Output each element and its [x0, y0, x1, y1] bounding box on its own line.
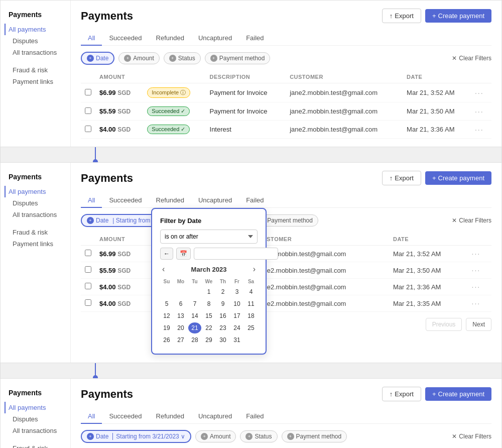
clear-filters-1[interactable]: ✕ Clear Filters	[452, 55, 491, 62]
next-page-btn[interactable]: Next	[466, 318, 491, 331]
tab-succeeded-2[interactable]: Succeeded	[102, 193, 149, 208]
cal-day-22[interactable]: 22	[202, 322, 215, 333]
sidebar-item-fraud-2[interactable]: Fraud & risk	[9, 227, 62, 238]
cal-day-17[interactable]: 17	[230, 310, 243, 321]
cal-day-4[interactable]: 4	[244, 286, 258, 297]
more-actions-btn[interactable]: ···	[471, 83, 491, 102]
cal-day-26[interactable]: 26	[160, 334, 173, 346]
filter-chip-method-1[interactable]: + Payment method	[205, 52, 271, 64]
row-checkbox[interactable]	[85, 283, 91, 289]
tab-uncaptured-2[interactable]: Uncaptured	[191, 193, 239, 208]
tab-refunded-2[interactable]: Refunded	[149, 193, 191, 208]
more-actions-btn[interactable]: ···	[468, 295, 491, 312]
filter-chip-date-1[interactable]: + Date	[81, 52, 114, 65]
sidebar-item-all-payments-3[interactable]: All payments	[5, 402, 62, 413]
cal-day-3[interactable]: 3	[230, 286, 243, 297]
cal-day-18[interactable]: 18	[244, 310, 258, 321]
filter-chip-amount-1[interactable]: + Amount	[118, 52, 159, 64]
filter-date-select[interactable]: is on or after is on or before is betwee…	[160, 230, 258, 244]
sidebar-item-disputes-2[interactable]: Disputes	[9, 197, 62, 209]
cal-day-27[interactable]: 27	[174, 334, 187, 346]
sidebar-item-fraud-1[interactable]: Fraud & risk	[9, 64, 62, 76]
cal-day-2[interactable]: 2	[216, 286, 229, 297]
sidebar-item-disputes-3[interactable]: Disputes	[9, 413, 62, 425]
prev-page-btn[interactable]: Previous	[426, 318, 462, 331]
sidebar-item-all-payments-2[interactable]: All payments	[5, 186, 62, 197]
export-button-1[interactable]: ↑ Export	[382, 9, 421, 23]
more-actions-btn[interactable]: ···	[471, 102, 491, 121]
tab-succeeded-1[interactable]: Succeeded	[102, 31, 149, 46]
export-button-3[interactable]: ↑ Export	[382, 387, 421, 401]
cal-day-19[interactable]: 19	[160, 322, 173, 333]
sidebar-item-all-transactions-2[interactable]: All transactions	[9, 209, 62, 220]
sidebar-item-all-transactions-3[interactable]: All transactions	[9, 425, 62, 436]
cal-day-5[interactable]: 5	[160, 298, 173, 309]
tab-all-2[interactable]: All	[81, 193, 102, 208]
tab-failed-3[interactable]: Failed	[239, 409, 271, 424]
clear-filters-3[interactable]: ✕ Clear Filters	[452, 433, 491, 440]
more-actions-btn[interactable]: ···	[468, 279, 491, 295]
create-payment-button-1[interactable]: + Create payment	[425, 9, 491, 23]
create-payment-button-2[interactable]: + Create payment	[425, 171, 491, 185]
row-checkbox[interactable]	[85, 89, 91, 95]
date-arrow-prev[interactable]: ←	[160, 248, 173, 260]
filter-chip-amount-3[interactable]: + Amount	[195, 430, 236, 442]
cal-day-14[interactable]: 14	[188, 310, 201, 321]
tab-failed-1[interactable]: Failed	[239, 31, 271, 46]
export-button-2[interactable]: ↑ Export	[382, 171, 421, 185]
clear-filters-2[interactable]: ✕ Clear Filters	[452, 217, 491, 224]
row-checkbox[interactable]	[85, 126, 91, 132]
more-actions-btn[interactable]: ···	[468, 262, 491, 279]
sidebar-item-payment-links-2[interactable]: Payment links	[9, 238, 62, 250]
cal-day-1[interactable]: 1	[202, 286, 215, 297]
cal-day-8[interactable]: 8	[202, 298, 215, 309]
cal-day-29[interactable]: 29	[202, 334, 215, 346]
tab-succeeded-3[interactable]: Succeeded	[102, 409, 149, 424]
cal-day-6[interactable]: 6	[174, 298, 187, 309]
row-checkbox[interactable]	[85, 107, 91, 114]
cal-day-15[interactable]: 15	[202, 310, 215, 321]
sidebar-item-disputes-1[interactable]: Disputes	[9, 35, 62, 47]
cal-day-9[interactable]: 9	[216, 298, 229, 309]
filter-chip-status-3[interactable]: + Status	[240, 430, 277, 442]
filter-chip-date-2[interactable]: + Date | Starting from ∨	[81, 214, 163, 227]
cal-prev-btn[interactable]: ‹	[160, 265, 167, 274]
calendar-toggle-btn[interactable]: 📅	[176, 248, 191, 260]
cal-day-30[interactable]: 30	[216, 334, 229, 346]
cal-day-13[interactable]: 13	[174, 310, 187, 321]
sidebar-item-payment-links-1[interactable]: Payment links	[9, 76, 62, 87]
sidebar-item-all-payments-1[interactable]: All payments	[5, 24, 62, 35]
tab-refunded-3[interactable]: Refunded	[149, 409, 191, 424]
cal-day-28[interactable]: 28	[188, 334, 201, 346]
row-checkbox[interactable]	[85, 299, 91, 306]
cal-day-21[interactable]: 21	[188, 322, 201, 333]
cal-day-20[interactable]: 20	[174, 322, 187, 333]
cal-day-11[interactable]: 11	[244, 298, 258, 309]
date-text-input[interactable]	[194, 248, 278, 260]
row-checkbox[interactable]	[85, 266, 91, 273]
filter-chip-method-3[interactable]: + Payment method	[282, 430, 347, 442]
cal-day-31[interactable]: 31	[230, 334, 243, 346]
sidebar-item-all-transactions-1[interactable]: All transactions	[9, 47, 62, 58]
row-checkbox[interactable]	[85, 250, 91, 256]
tab-refunded-1[interactable]: Refunded	[149, 31, 191, 46]
cal-day-24[interactable]: 24	[230, 322, 243, 333]
more-actions-btn[interactable]: ···	[468, 246, 491, 262]
more-actions-btn[interactable]: ···	[471, 121, 491, 139]
tab-uncaptured-3[interactable]: Uncaptured	[191, 409, 239, 424]
filter-chip-status-1[interactable]: + Status	[164, 52, 201, 64]
filter-chip-date-3[interactable]: + Date Starting from 3/21/2023 ∨	[81, 430, 191, 443]
cal-day-23[interactable]: 23	[216, 322, 229, 333]
cal-day-16[interactable]: 16	[216, 310, 229, 321]
create-payment-button-3[interactable]: + Create payment	[425, 387, 491, 401]
tab-all-1[interactable]: All	[81, 31, 102, 46]
cal-day-10[interactable]: 10	[230, 298, 243, 309]
tab-all-3[interactable]: All	[81, 409, 102, 424]
tab-failed-2[interactable]: Failed	[239, 193, 271, 208]
tab-uncaptured-1[interactable]: Uncaptured	[191, 31, 239, 46]
cal-day-7[interactable]: 7	[188, 298, 201, 309]
sidebar-item-fraud-3[interactable]: Fraud & risk	[9, 442, 62, 448]
cal-day-25[interactable]: 25	[244, 322, 258, 333]
cal-day-12[interactable]: 12	[160, 310, 173, 321]
cal-next-btn[interactable]: ›	[251, 265, 258, 274]
